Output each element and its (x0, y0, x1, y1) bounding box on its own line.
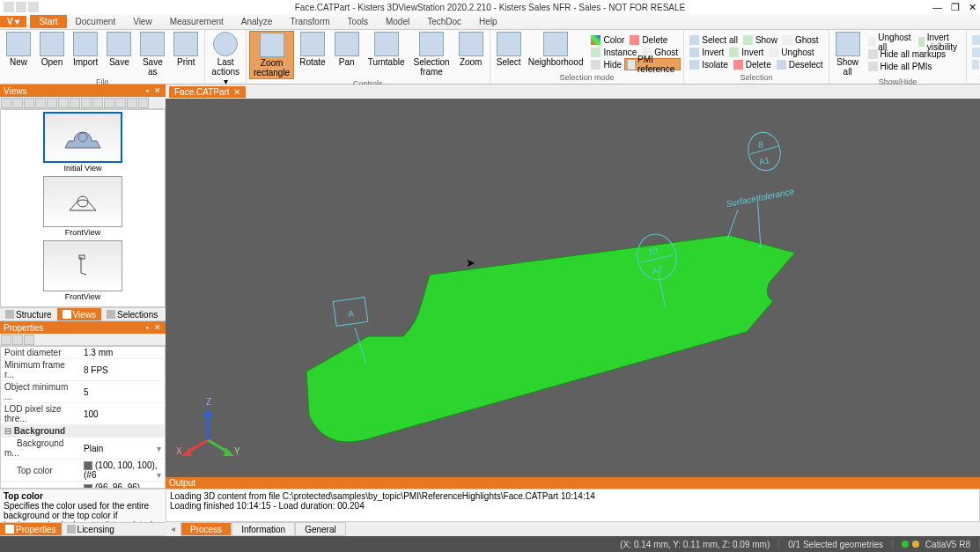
tab-start[interactable]: Start (30, 15, 66, 28)
left-tab-structure[interactable]: Structure (0, 308, 57, 320)
svg-marker-16 (181, 447, 192, 456)
ribbon-sbtn-color[interactable]: Color (588, 33, 627, 46)
ts-btn[interactable] (47, 98, 57, 108)
bottom-tab-properties[interactable]: Properties (0, 523, 62, 535)
property-row[interactable]: ⊟ Background (1, 425, 165, 438)
view-thumbnail[interactable]: Initial View (3, 112, 163, 173)
tab-tools[interactable]: Tools (339, 15, 377, 28)
ribbon-btn-turntable[interactable]: Turntable (365, 31, 409, 79)
left-tab-views[interactable]: Views (57, 308, 102, 320)
ribbon-sbtn-pmi-reference[interactable]: PMI reference (624, 58, 681, 70)
property-row[interactable]: Top color(100, 100, 100), (#6▾ (1, 460, 165, 482)
panel-close-icon[interactable]: ✕ (153, 86, 162, 95)
props-toolstrip (0, 334, 166, 346)
ribbon-sbtn-isolate[interactable]: Isolate (687, 58, 730, 70)
out-tab-process[interactable]: Process (181, 522, 232, 536)
ribbon-btn-last-actions-[interactable]: Lastactions ▾ (208, 31, 243, 87)
ribbon-btn-zoom[interactable]: Zoom (455, 31, 487, 79)
ribbon-sbtn-hide-all-markups[interactable]: Hide all markups (866, 48, 948, 61)
tab-scroll-left[interactable]: ◂ (166, 522, 181, 536)
ribbon-btn-print[interactable]: Print (170, 31, 202, 77)
ribbon-sbtn-show[interactable]: Show (741, 33, 780, 46)
ribbon-sbtn-deselect[interactable]: Deselect (774, 58, 826, 70)
ts-btn[interactable] (58, 98, 69, 108)
app-menu-button[interactable]: V ▾ (0, 16, 26, 27)
ts-btn[interactable] (24, 98, 34, 108)
ts-btn[interactable] (92, 98, 103, 108)
out-tab-information[interactable]: Information (232, 522, 295, 536)
ribbon-btn-new[interactable]: New (3, 31, 34, 77)
view-thumbnail[interactable]: FrontView (3, 176, 163, 237)
ribbon-sbtn-instance[interactable]: Instance (588, 46, 639, 58)
document-tab[interactable]: Face.CATPart ✕ (169, 86, 246, 98)
tab-transform[interactable]: Transform (281, 15, 338, 28)
ribbon-sbtn-delete[interactable]: Delete (731, 58, 774, 70)
ts-btn[interactable] (70, 98, 80, 108)
ts-btn[interactable] (1, 335, 11, 345)
view-thumbnail[interactable]: FrontView (3, 240, 163, 301)
ribbon-sbtn-select-all[interactable]: Select all (687, 33, 741, 46)
ts-btn[interactable] (1, 98, 11, 108)
ribbon-sbtn-invert-visibility[interactable]: Invert visibility (916, 36, 963, 48)
ribbon-sbtn-zoom-in[interactable]: Zoom in (969, 46, 980, 58)
ts-btn[interactable] (104, 98, 114, 108)
panel-close-icon[interactable]: ✕ (153, 323, 162, 332)
ribbon-sbtn-zoom-out[interactable]: Zoom out (969, 58, 980, 70)
ribbon-sbtn-delete[interactable]: Delete (627, 33, 670, 46)
ribbon-sbtn-ghost[interactable]: Ghost (780, 33, 822, 46)
panel-pin-icon[interactable]: ▪ (143, 86, 151, 95)
ribbon-btn-show-all[interactable]: Showall (832, 31, 864, 77)
ts-btn[interactable] (138, 98, 149, 108)
property-row[interactable]: LOD pixel size thre...100 (1, 403, 165, 425)
left-tab-selections[interactable]: Selections (101, 308, 163, 320)
property-row[interactable]: Bottom color(96, 96, 96), (#606060 (1, 482, 165, 489)
ribbon-btn-select[interactable]: Select (493, 31, 525, 73)
maximize-button[interactable]: ❐ (951, 2, 960, 13)
ribbon-btn-selection-frame[interactable]: Selectionframe (410, 31, 453, 79)
ts-btn[interactable] (115, 98, 126, 108)
tab-techdoc[interactable]: TechDoc (418, 15, 470, 28)
tab-view[interactable]: View (124, 15, 161, 28)
ribbon-sbtn-hide[interactable]: Hide (588, 58, 624, 70)
property-row[interactable]: Background m...Plain▾ (1, 438, 165, 460)
qat-btn[interactable] (28, 2, 39, 12)
ts-btn[interactable] (81, 98, 92, 108)
ribbon-btn-pan[interactable]: Pan (331, 31, 363, 79)
3d-viewport[interactable]: A 10 A2 8 A1 Surface tolerance (166, 99, 980, 477)
ribbon-sbtn-hide-all-pmis[interactable]: Hide all PMIs (866, 61, 935, 73)
out-tab-general[interactable]: General (295, 522, 346, 536)
ribbon-sbtn-unghost-all[interactable]: Unghost all (866, 36, 916, 48)
tab-analyze[interactable]: Analyze (232, 15, 282, 28)
ribbon-btn-open[interactable]: Open (36, 31, 68, 77)
ts-btn[interactable] (35, 98, 46, 108)
tab-model[interactable]: Model (377, 15, 418, 28)
qat-btn[interactable] (16, 2, 26, 12)
property-row[interactable]: Object minimum ...5 (1, 381, 165, 403)
ribbon-btn-zoom-rectangle[interactable]: Zoomrectangle (249, 31, 294, 79)
ribbon-btn-import[interactable]: Import (70, 31, 101, 77)
ribbon-btn-rotate[interactable]: Rotate (296, 31, 328, 79)
bottom-tab-licensing[interactable]: Licensing (62, 523, 120, 535)
minimize-button[interactable]: — (932, 2, 942, 13)
ribbon-sbtn-fit-all[interactable]: Fit all (969, 33, 980, 46)
ribbon-sbtn-invert[interactable]: Invert (687, 46, 726, 58)
ribbon-sbtn-unghost[interactable]: Unghost (766, 46, 816, 58)
ribbon-sbtn-invert[interactable]: Invert (726, 46, 766, 58)
ribbon-btn-neighborhood[interactable]: Neighborhood (525, 31, 587, 73)
tab-document[interactable]: Document (67, 15, 125, 28)
ribbon-btn-save[interactable]: Save (103, 31, 135, 77)
ts-btn[interactable] (24, 335, 34, 345)
close-button[interactable]: ✕ (969, 2, 976, 13)
ts-btn[interactable] (127, 98, 137, 108)
tab-help[interactable]: Help (470, 15, 506, 28)
property-row[interactable]: Point diameter1.3 mm (1, 347, 165, 359)
qat-btn[interactable] (4, 2, 14, 12)
ts-btn[interactable] (12, 335, 23, 345)
ts-btn[interactable] (12, 98, 23, 108)
tab-measurement[interactable]: Measurement (161, 15, 232, 28)
close-tab-icon[interactable]: ✕ (233, 87, 240, 97)
ribbon-btn-save-as[interactable]: Saveas (136, 31, 168, 77)
property-row[interactable]: Minimum frame r...8 FPS (1, 359, 165, 381)
panel-pin-icon[interactable]: ▪ (143, 323, 151, 332)
properties-grid[interactable]: Point diameter1.3 mmMinimum frame r...8 … (0, 346, 166, 489)
